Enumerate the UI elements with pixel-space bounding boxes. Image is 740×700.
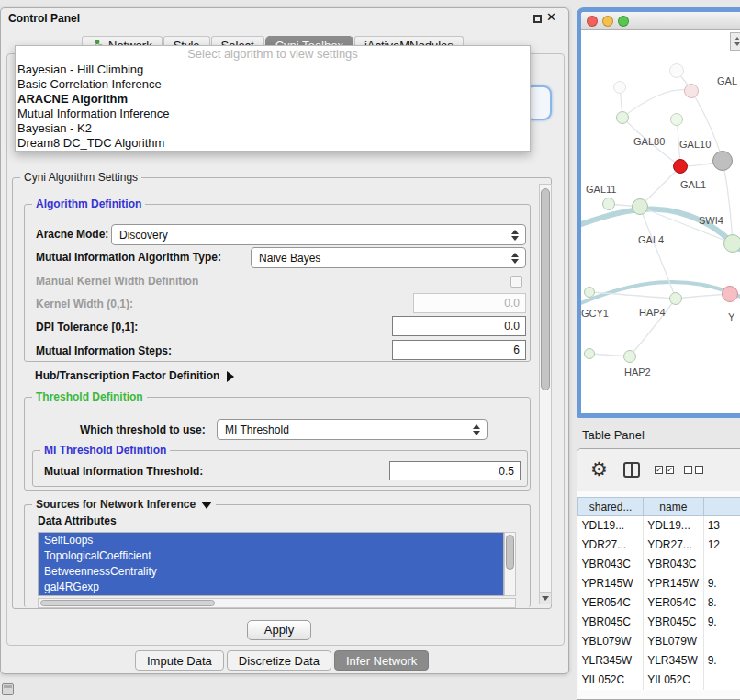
dropdown-item[interactable]: Basic Correlation Inference [16, 77, 530, 92]
dropdown-item-label: ARACNE Algorithm [17, 92, 128, 106]
network-node[interactable] [616, 111, 629, 124]
network-node[interactable] [712, 151, 733, 171]
close-window-button[interactable]: ✕ [546, 10, 556, 24]
scrollbar-thumb[interactable] [40, 600, 215, 606]
table-row[interactable]: YBL079W YBL079W [578, 632, 740, 651]
dropdown-item[interactable]: Mutual Information Inference [16, 107, 530, 121]
bottom-tab[interactable]: Infer Network [334, 650, 429, 671]
scrollbar-thumb[interactable] [506, 535, 514, 570]
dpi-tolerance-label: DPI Tolerance [0,1]: [36, 321, 138, 333]
table-header-cell[interactable] [703, 498, 740, 516]
which-threshold-select[interactable]: MI Threshold [217, 419, 488, 440]
dropdown-placeholder-item: Select algorithm to view settings [16, 46, 530, 62]
table-panel-toolbar: ⚙ ✓ ✓ [577, 449, 740, 491]
data-attributes-list[interactable]: SelfLoops TopologicalCoefficient Between… [38, 532, 504, 596]
mi-threshold-field[interactable]: 0.5 [389, 461, 521, 480]
cell-value [703, 632, 740, 651]
sources-collapse-header[interactable]: Sources for Network Inference [32, 498, 216, 511]
attribute-list-item[interactable]: BetweennessCentrality [39, 564, 503, 580]
network-node[interactable] [670, 113, 683, 126]
cell-name: YER054C [644, 593, 704, 613]
mi-steps-label: Mutual Information Steps: [36, 344, 172, 357]
table-row[interactable]: YER054C YER054C 8. [578, 593, 740, 613]
cell-shared-name: YPR145W [578, 574, 644, 593]
network-node[interactable] [684, 84, 699, 98]
table-row[interactable]: YBR043C YBR043C [578, 555, 740, 574]
network-view-window: GALGAL80GAL10GAL11GAL1SWI4GAL4GCY1HAP4HA… [577, 7, 740, 418]
network-node[interactable] [723, 234, 740, 253]
minimized-panel-icon[interactable] [2, 683, 14, 695]
attribute-list-item[interactable]: TopologicalCoefficient [39, 548, 503, 564]
canvas-scrollbar[interactable] [730, 32, 740, 51]
dpi-tolerance-field[interactable]: 0.0 [392, 316, 526, 336]
table-row[interactable]: YPR145W YPR145W 9. [578, 574, 740, 593]
network-node-label: GAL11 [586, 184, 616, 195]
table-row[interactable]: YLR345W YLR345W 9. [578, 651, 740, 671]
cell-name: YBR043C [644, 555, 704, 574]
network-node[interactable] [584, 287, 595, 298]
zoom-traffic-light[interactable] [618, 16, 629, 27]
mi-type-select[interactable]: Naive Bayes [251, 247, 526, 268]
table-row[interactable]: YDL19... YDL19... 13 [578, 516, 740, 536]
table-row[interactable]: YBR045C YBR045C 9. [578, 613, 740, 632]
hub-definition-expander[interactable]: Hub/Transcription Factor Definition [35, 369, 234, 382]
attributes-horizontal-scrollbar[interactable] [38, 598, 516, 608]
clear-all-checkboxes-button[interactable] [684, 466, 703, 474]
network-node-label: GAL10 [679, 139, 711, 150]
gear-button[interactable]: ⚙ [590, 457, 608, 482]
apply-button[interactable]: Apply [247, 620, 311, 640]
network-node[interactable] [632, 198, 648, 215]
bottom-tab[interactable]: Discretize Data [227, 650, 331, 671]
table-header-cell[interactable]: name [644, 498, 704, 516]
mi-steps-field[interactable]: 6 [392, 340, 526, 360]
settings-vertical-scrollbar[interactable] [539, 184, 552, 604]
table-body: YDL19... YDL19... 13 YDR27... YDR27... 1… [578, 516, 740, 690]
mi-threshold-label: Mutual Information Threshold: [44, 465, 203, 478]
attributes-vertical-scrollbar[interactable] [504, 532, 516, 596]
dropdown-item[interactable]: Bayesian - Hill Climbing [16, 62, 530, 77]
restore-window-button[interactable] [533, 15, 542, 23]
network-node[interactable] [623, 350, 636, 363]
network-canvas[interactable]: GALGAL80GAL10GAL11GAL1SWI4GAL4GCY1HAP4HA… [581, 30, 740, 413]
scrollbar-thumb[interactable] [541, 188, 550, 390]
kernel-width-field: 0.0 [413, 293, 526, 313]
cell-value: 13 [703, 516, 740, 536]
cyni-algorithm-settings-group: Cyni Algorithm Settings Algorithm Defini… [12, 177, 552, 609]
scrollbar-down-arrow[interactable] [540, 592, 551, 604]
dropdown-item[interactable]: Bayesian - K2 [16, 121, 530, 136]
combo-arrows-icon [511, 230, 521, 241]
which-threshold-label: Which threshold to use: [80, 423, 206, 436]
cell-shared-name: YBL079W [578, 632, 644, 651]
combo-arrows-icon [473, 424, 482, 435]
network-node[interactable] [669, 292, 682, 305]
dropdown-item[interactable]: Dream8 DC_TDC Algorithm [16, 136, 530, 151]
columns-button[interactable] [623, 462, 640, 478]
minimize-traffic-light[interactable] [602, 16, 613, 27]
close-traffic-light[interactable] [587, 16, 598, 27]
aracne-mode-label: Aracne Mode: [36, 228, 108, 241]
network-node[interactable] [722, 286, 738, 302]
mi-threshold-value: 0.5 [499, 465, 514, 478]
empty-box-icon [695, 466, 703, 474]
network-node[interactable] [673, 159, 688, 174]
attribute-list-item[interactable]: SelfLoops [39, 533, 503, 548]
table-header-cell[interactable]: shared... [578, 498, 644, 516]
bottom-tab[interactable]: Impute Data [135, 650, 224, 671]
checked-box-icon: ✓ [655, 466, 663, 474]
attribute-list-item[interactable]: gal4RGexp [39, 580, 503, 595]
node-attribute-table: shared... name YDL19... YDL19... 13 YDR2… [577, 497, 740, 690]
cell-name: YDL19... [644, 516, 704, 536]
control-panel-titlebar[interactable]: Control Panel ✕ [1, 8, 568, 28]
cell-name: YDR27... [644, 536, 704, 555]
table-row[interactable]: YDR27... YDR27... 12 [578, 536, 740, 555]
network-node[interactable] [613, 81, 626, 94]
select-all-checkboxes-button[interactable]: ✓ ✓ [655, 466, 674, 474]
table-row[interactable]: YIL052C YIL052C [578, 671, 740, 690]
network-node[interactable] [602, 198, 615, 210]
dropdown-item[interactable]: ARACNE Algorithm [16, 92, 530, 107]
network-node[interactable] [584, 348, 595, 359]
network-window-titlebar[interactable] [581, 12, 740, 30]
network-node[interactable] [669, 63, 684, 78]
dropdown-item-label: Bayesian - Hill Climbing [17, 62, 143, 76]
aracne-mode-select[interactable]: Discovery [111, 224, 526, 245]
